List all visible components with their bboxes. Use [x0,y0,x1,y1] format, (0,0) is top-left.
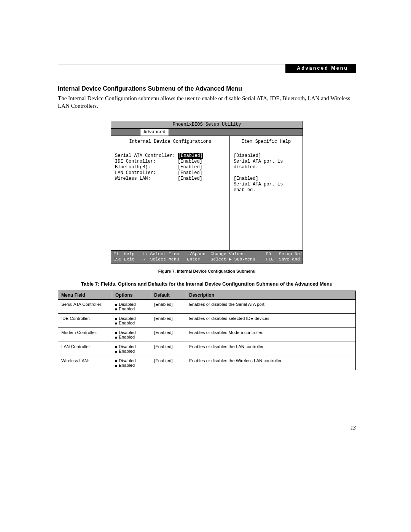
option-item: Disabled [115,344,148,349]
option-label: Disabled [119,316,136,321]
option-label: Disabled [119,344,136,349]
bios-tab-advanced[interactable]: Advanced [140,129,169,136]
option-item: Enabled [115,321,148,325]
table-header: Description [186,291,356,300]
bios-footer: F1 Help ↑↓ Select Item -/Space Change Va… [111,251,303,264]
bios-item-value[interactable]: [Enabled] [178,159,202,165]
bios-item-value[interactable]: [Enabled] [178,165,202,170]
table-cell-description: Enables or disables Modem controller. [186,328,356,342]
table-row: LAN Controller:DisabledEnabled[Enabled]E… [58,342,356,356]
bullet-icon [115,304,117,306]
option-label: Enabled [119,335,135,339]
table-cell-options: DisabledEnabled [112,328,151,342]
table-header: Default [151,291,186,300]
table-cell-default: [Enabled] [151,314,186,328]
option-item: Disabled [115,358,148,363]
bios-help-title: Item Specific Help [234,139,299,145]
section-header-bar: Advanced Menu [285,64,356,73]
table-row: Modem Controller:DisabledEnabled[Enabled… [58,328,356,342]
figure-caption: Figure 7. Internal Device Configuration … [58,269,356,273]
bios-tab-row: Advanced [111,129,303,136]
table-cell-options: DisabledEnabled [112,356,151,370]
bios-item-value[interactable]: [Enabled] [178,176,202,182]
bios-help-text: [Disabled] Serial ATA port is disabled. … [234,153,299,193]
table-cell-field: IDE Controller: [58,314,112,328]
bios-item-row[interactable]: Serial ATA Controller: [Enabled] [115,153,226,159]
bullet-icon [115,360,117,362]
table-cell-field: Modem Controller: [58,328,112,342]
bios-item-row[interactable]: Wireless LAN: [Enabled] [115,176,226,182]
table-cell-field: LAN Controller: [58,342,112,356]
spec-table: Menu Field Options Default Description S… [58,291,356,370]
option-item: Enabled [115,349,148,353]
table-header: Menu Field [58,291,112,300]
table-cell-default: [Enabled] [151,342,186,356]
table-cell-options: DisabledEnabled [112,300,151,314]
option-item: Disabled [115,302,148,307]
option-label: Disabled [119,330,136,335]
table-cell-description: Enables or disables selected IDE devices… [186,314,356,328]
table-cell-field: Serial ATA Controller: [58,300,112,314]
option-item: Enabled [115,307,148,311]
bios-body: Internal Device Configurations Serial AT… [111,136,303,251]
table-cell-description: Enables or disables the Wireless LAN con… [186,356,356,370]
bios-left-pane: Internal Device Configurations Serial AT… [111,136,230,250]
section-intro: The Internal Device Configuration submen… [58,94,356,110]
option-label: Enabled [119,307,135,311]
table-caption: Table 7: Fields, Options and Defaults fo… [58,281,356,287]
option-item: Enabled [115,335,148,339]
table-header-row: Menu Field Options Default Description [58,291,356,300]
bullet-icon [115,365,117,367]
option-label: Disabled [119,302,136,307]
bullet-icon [115,351,117,353]
bios-right-pane: Item Specific Help [Disabled] Serial ATA… [230,136,303,250]
bullet-icon [115,346,117,348]
option-label: Enabled [119,321,135,325]
section-heading: Internal Device Configurations Submenu o… [58,85,356,92]
bullet-icon [115,332,117,334]
option-item: Disabled [115,316,148,321]
table-row: IDE Controller:DisabledEnabled[Enabled]E… [58,314,356,328]
bullet-icon [115,318,117,320]
bios-footer-line: ESC Exit ↔ Select Menu Enter Select ▶ Su… [113,257,300,262]
bios-panel-title: Internal Device Configurations [115,139,226,145]
bios-item-row[interactable]: LAN Controller: [Enabled] [115,170,226,176]
bios-item-label: IDE Controller: [115,159,178,165]
page-number: 13 [350,425,356,431]
option-label: Enabled [119,349,135,353]
table-cell-default: [Enabled] [151,300,186,314]
table-cell-description: Enables or disables the Serial ATA port. [186,300,356,314]
table-cell-description: Enables or disables the LAN controller. [186,342,356,356]
table-row: Wireless LAN:DisabledEnabled[Enabled]Ena… [58,356,356,370]
option-label: Disabled [119,358,136,363]
table-row: Serial ATA Controller:DisabledEnabled[En… [58,300,356,314]
bios-item-label: Serial ATA Controller: [115,153,178,159]
table-cell-field: Wireless LAN: [58,356,112,370]
bios-item-label: LAN Controller: [115,170,178,176]
document-page: Advanced Menu Internal Device Configurat… [0,0,411,532]
option-item: Disabled [115,330,148,335]
bios-item-row[interactable]: Bluetooth(R): [Enabled] [115,165,226,170]
bios-footer-line: F1 Help ↑↓ Select Item -/Space Change Va… [113,251,300,257]
table-header: Options [112,291,151,300]
bios-item-row[interactable]: IDE Controller: [Enabled] [115,159,226,165]
bios-screenshot: PhoenixBIOS Setup Utility Advanced Inter… [111,121,303,264]
bios-item-value[interactable]: [Enabled] [178,170,202,176]
bios-title: PhoenixBIOS Setup Utility [111,121,303,129]
option-item: Enabled [115,363,148,367]
bios-item-label: Wireless LAN: [115,176,178,182]
bullet-icon [115,337,117,339]
bullet-icon [115,308,117,310]
bios-item-value[interactable]: [Enabled] [178,153,203,159]
bullet-icon [115,323,117,324]
table-cell-options: DisabledEnabled [112,342,151,356]
table-cell-default: [Enabled] [151,356,186,370]
table-cell-options: DisabledEnabled [112,314,151,328]
table-cell-default: [Enabled] [151,328,186,342]
option-label: Enabled [119,363,135,367]
bios-item-label: Bluetooth(R): [115,165,178,170]
